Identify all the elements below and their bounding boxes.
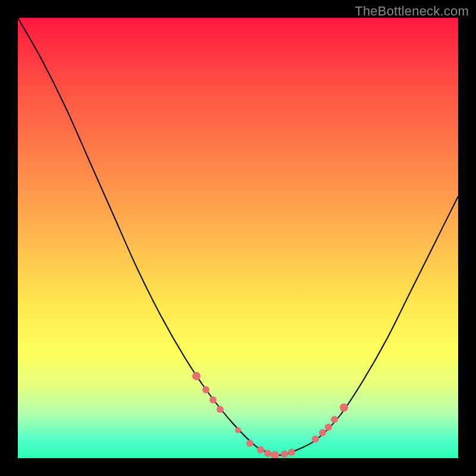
chart-plot-area xyxy=(18,18,458,458)
watermark-text: TheBottleneck.com xyxy=(355,4,469,19)
highlight-dot xyxy=(264,450,271,457)
highlight-dot xyxy=(257,446,264,453)
highlight-dot xyxy=(331,416,338,423)
highlight-dot xyxy=(319,429,326,436)
highlight-dot xyxy=(209,396,217,403)
highlight-dot xyxy=(192,372,201,380)
highlight-dot xyxy=(325,424,332,431)
highlight-dot xyxy=(312,436,319,443)
highlight-dot xyxy=(288,449,295,456)
highlight-dot xyxy=(246,440,253,447)
highlight-dot xyxy=(281,450,288,458)
highlight-dot xyxy=(271,451,279,458)
highlight-dot xyxy=(217,406,224,413)
highlight-dot xyxy=(340,403,348,412)
bottleneck-curve-svg xyxy=(18,18,458,458)
bottleneck-curve-path xyxy=(18,18,458,455)
highlight-dots-group xyxy=(192,372,348,458)
highlight-dot xyxy=(235,427,241,433)
highlight-dot xyxy=(202,386,209,393)
